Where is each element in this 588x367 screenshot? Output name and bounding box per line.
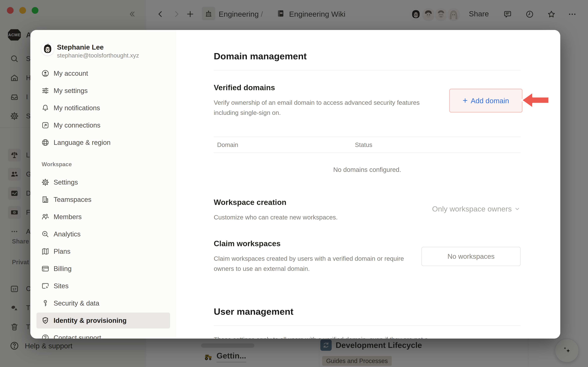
nav-label: Contact support — [54, 334, 101, 339]
question-circle-icon — [41, 334, 50, 339]
workspace-creation-section: Workspace creation Customize who can cre… — [214, 198, 521, 222]
column-status: Status — [355, 142, 372, 148]
nav-item-security-data[interactable]: Security & data — [36, 295, 170, 311]
claim-workspaces-section: Claim workspaces Claim workspaces create… — [214, 239, 521, 274]
user-name: Stephanie Lee — [57, 43, 139, 52]
nav-label: Analytics — [54, 230, 80, 238]
building-icon — [41, 195, 50, 204]
column-domain: Domain — [217, 142, 355, 148]
nav-item-my-account[interactable]: My account — [36, 66, 170, 81]
magnifier-sparkle-icon — [41, 230, 50, 238]
verified-domains-section: Verified domains Verify ownership of an … — [214, 83, 521, 118]
notion-window: Engineering / Engineering Wiki Share — [0, 0, 588, 367]
add-domain-label: Add domain — [471, 97, 509, 105]
arrow-up-right-square-icon — [41, 121, 50, 130]
settings-nav-panel: Stephanie Lee stephanie@toolsforthought.… — [30, 30, 176, 339]
empty-state: No domains configured. — [214, 153, 521, 180]
nav-label: My settings — [54, 87, 88, 94]
gear-icon — [41, 178, 50, 187]
user-email: stephanie@toolsforthought.xyz — [57, 52, 139, 59]
nav-item-my-notifications[interactable]: My notifications — [36, 100, 170, 116]
divider — [214, 70, 521, 70]
shield-check-icon — [41, 316, 50, 325]
nav-item-my-settings[interactable]: My settings — [36, 83, 170, 99]
nav-item-identity-provisioning[interactable]: Identity & provisioning — [36, 313, 170, 328]
user-management-title: User management — [214, 274, 521, 317]
plus-icon: + — [463, 95, 468, 105]
bell-icon — [41, 104, 50, 112]
nav-item-members[interactable]: Members — [36, 209, 170, 225]
settings-modal: Stephanie Lee stephanie@toolsforthought.… — [30, 30, 560, 339]
nav-item-teamspaces[interactable]: Teamspaces — [36, 192, 170, 208]
no-workspaces-button[interactable]: No workspaces — [421, 247, 521, 266]
nav-item-analytics[interactable]: Analytics — [36, 226, 170, 242]
domains-table-header: Domain Status — [214, 137, 521, 153]
nav-label: Teamspaces — [54, 196, 91, 203]
chevron-down-icon — [514, 206, 521, 212]
nav-item-language-region[interactable]: Language & region — [36, 134, 170, 150]
nav-item-my-connections[interactable]: My connections — [36, 117, 170, 133]
account-header: Stephanie Lee stephanie@toolsforthought.… — [41, 43, 170, 59]
nav-label: My account — [54, 70, 88, 77]
credit-card-icon — [41, 264, 50, 273]
user-management-partial-text: These settings apply to all users with a… — [214, 335, 521, 339]
nav-label: Security & data — [54, 300, 99, 307]
page-title: Domain management — [214, 30, 521, 62]
annotation-arrow — [520, 91, 551, 110]
map-icon — [41, 247, 50, 256]
nav-item-billing[interactable]: Billing — [36, 261, 170, 277]
settings-content-panel: Domain management Verified domains Verif… — [176, 30, 560, 339]
nav-label: My notifications — [54, 104, 100, 112]
workspace-creation-dropdown[interactable]: Only workspace owners — [432, 205, 521, 213]
browser-cursor-icon — [41, 282, 50, 290]
nav-item-sites[interactable]: Sites — [36, 278, 170, 294]
nav-item-settings[interactable]: Settings — [36, 174, 170, 190]
nav-label: My connections — [54, 121, 100, 129]
dropdown-value: Only workspace owners — [432, 205, 512, 213]
nav-label: Language & region — [54, 139, 111, 146]
nav-label: Settings — [54, 178, 78, 186]
sliders-icon — [41, 86, 50, 95]
nav-label: Plans — [54, 248, 70, 255]
domains-table: Domain Status No domains configured. — [214, 137, 521, 180]
nav-item-plans[interactable]: Plans — [36, 243, 170, 259]
nav-label: Identity & provisioning — [54, 317, 127, 324]
workspace-section-label: Workspace — [42, 161, 176, 167]
claim-workspaces-description: Claim workspaces created by users with a… — [214, 254, 407, 274]
globe-icon — [41, 138, 50, 147]
user-avatar — [41, 43, 54, 55]
nav-item-contact-support[interactable]: Contact support — [36, 330, 170, 339]
two-people-icon — [41, 213, 50, 221]
nav-label: Billing — [54, 265, 71, 273]
person-circle-icon — [41, 69, 50, 78]
nav-label: Members — [54, 213, 82, 221]
verified-domains-description: Verify ownership of an email domain to a… — [214, 98, 443, 118]
divider — [214, 325, 521, 326]
workspace-creation-description: Customize who can create new workspaces. — [214, 212, 521, 222]
key-icon — [41, 299, 50, 308]
add-domain-button[interactable]: + Add domain — [449, 89, 522, 113]
nav-label: Sites — [54, 282, 69, 290]
